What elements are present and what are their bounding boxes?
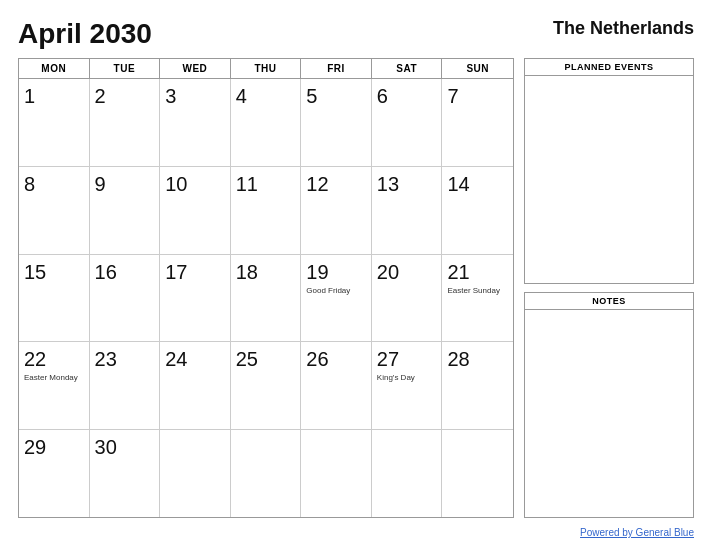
footer: Powered by General Blue — [18, 518, 694, 540]
day-number: 23 — [95, 347, 155, 371]
calendar-week: 1234567 — [19, 79, 513, 167]
day-number: 13 — [377, 172, 437, 196]
calendar-cell: 30 — [90, 430, 161, 517]
calendar-cell: 5 — [301, 79, 372, 166]
day-number: 20 — [377, 260, 437, 284]
day-number: 8 — [24, 172, 84, 196]
calendar-cell: 3 — [160, 79, 231, 166]
calendar-cell: 13 — [372, 167, 443, 254]
day-number: 7 — [447, 84, 508, 108]
calendar-cell: 25 — [231, 342, 302, 429]
month-year-title: April 2030 — [18, 18, 152, 50]
day-of-week-header: FRI — [301, 59, 372, 78]
calendar-cell: 9 — [90, 167, 161, 254]
calendar-cell — [442, 430, 513, 517]
country-title: The Netherlands — [553, 18, 694, 39]
calendar-cell: 4 — [231, 79, 302, 166]
day-of-week-header: TUE — [90, 59, 161, 78]
calendar-cell: 16 — [90, 255, 161, 342]
day-number: 24 — [165, 347, 225, 371]
day-number: 27 — [377, 347, 437, 371]
page-header: April 2030 The Netherlands — [18, 18, 694, 50]
day-number: 18 — [236, 260, 296, 284]
calendar-cell: 26 — [301, 342, 372, 429]
notes-title: NOTES — [525, 293, 693, 310]
calendar-cell: 11 — [231, 167, 302, 254]
day-number: 14 — [447, 172, 508, 196]
calendar-cell: 17 — [160, 255, 231, 342]
notes-box: NOTES — [524, 292, 694, 518]
day-number: 25 — [236, 347, 296, 371]
day-number: 16 — [95, 260, 155, 284]
calendar-week: 22Easter Monday2324252627King's Day28 — [19, 342, 513, 430]
day-number: 5 — [306, 84, 366, 108]
day-number: 28 — [447, 347, 508, 371]
day-number: 11 — [236, 172, 296, 196]
calendar-cell: 7 — [442, 79, 513, 166]
calendar-cell — [160, 430, 231, 517]
day-number: 26 — [306, 347, 366, 371]
calendar-cell: 15 — [19, 255, 90, 342]
planned-events-title: PLANNED EVENTS — [525, 59, 693, 76]
day-number: 10 — [165, 172, 225, 196]
planned-events-box: PLANNED EVENTS — [524, 58, 694, 284]
calendar-cell: 24 — [160, 342, 231, 429]
calendar-week: 891011121314 — [19, 167, 513, 255]
day-number: 15 — [24, 260, 84, 284]
calendar-header: MONTUEWEDTHUFRISATSUN — [19, 59, 513, 79]
calendar-cell: 21Easter Sunday — [442, 255, 513, 342]
day-number: 29 — [24, 435, 84, 459]
calendar-cell: 2 — [90, 79, 161, 166]
day-number: 4 — [236, 84, 296, 108]
calendar-cell: 20 — [372, 255, 443, 342]
notes-content — [525, 310, 693, 517]
day-of-week-header: WED — [160, 59, 231, 78]
calendar-cell — [372, 430, 443, 517]
day-number: 19 — [306, 260, 366, 284]
day-of-week-header: SUN — [442, 59, 513, 78]
day-of-week-header: MON — [19, 59, 90, 78]
calendar-cell — [301, 430, 372, 517]
calendar-week: 2930 — [19, 430, 513, 517]
day-number: 1 — [24, 84, 84, 108]
calendar-cell: 23 — [90, 342, 161, 429]
day-number: 3 — [165, 84, 225, 108]
calendar-cell: 18 — [231, 255, 302, 342]
calendar-body: 12345678910111213141516171819Good Friday… — [19, 79, 513, 517]
calendar-event: Easter Monday — [24, 373, 84, 383]
day-of-week-header: SAT — [372, 59, 443, 78]
powered-by-link[interactable]: Powered by General Blue — [580, 527, 694, 538]
day-number: 6 — [377, 84, 437, 108]
calendar-cell: 12 — [301, 167, 372, 254]
calendar-cell: 29 — [19, 430, 90, 517]
calendar-cell: 28 — [442, 342, 513, 429]
day-number: 12 — [306, 172, 366, 196]
day-number: 30 — [95, 435, 155, 459]
calendar-cell: 22Easter Monday — [19, 342, 90, 429]
day-number: 17 — [165, 260, 225, 284]
calendar-cell: 1 — [19, 79, 90, 166]
planned-events-content — [525, 76, 693, 283]
main-area: MONTUEWEDTHUFRISATSUN 123456789101112131… — [18, 58, 694, 518]
day-number: 21 — [447, 260, 508, 284]
calendar-event: Easter Sunday — [447, 286, 508, 296]
calendar-cell: 27King's Day — [372, 342, 443, 429]
right-panel: PLANNED EVENTS NOTES — [524, 58, 694, 518]
calendar-cell: 8 — [19, 167, 90, 254]
calendar-cell — [231, 430, 302, 517]
calendar-week: 1516171819Good Friday2021Easter Sunday — [19, 255, 513, 343]
calendar-event: King's Day — [377, 373, 437, 383]
day-number: 9 — [95, 172, 155, 196]
calendar-cell: 10 — [160, 167, 231, 254]
day-number: 22 — [24, 347, 84, 371]
calendar: MONTUEWEDTHUFRISATSUN 123456789101112131… — [18, 58, 514, 518]
calendar-cell: 19Good Friday — [301, 255, 372, 342]
calendar-event: Good Friday — [306, 286, 366, 296]
day-of-week-header: THU — [231, 59, 302, 78]
day-number: 2 — [95, 84, 155, 108]
calendar-cell: 14 — [442, 167, 513, 254]
calendar-cell: 6 — [372, 79, 443, 166]
page: April 2030 The Netherlands MONTUEWEDTHUF… — [0, 0, 712, 550]
